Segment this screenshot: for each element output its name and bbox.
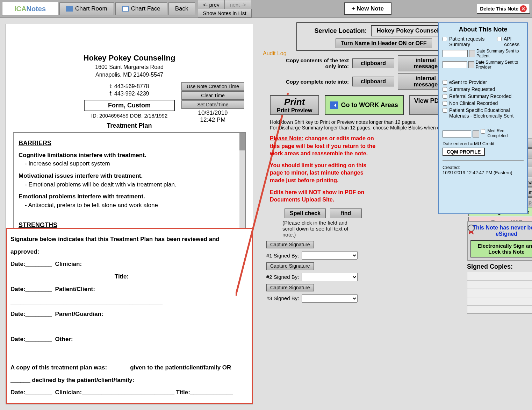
calendar-icon[interactable] [469,50,475,57]
set-datetime-button[interactable]: Set Date/Time [181,100,244,109]
find-button[interactable]: find [330,208,362,218]
patient-requests-checkbox[interactable]: Patient requests Summary [443,36,497,47]
copy-note-clipboard-button[interactable]: clipboard [352,77,394,86]
form-name-field[interactable]: Form, Custom [84,100,175,111]
capture-sig-1-button[interactable]: Capture Signature [266,241,314,248]
date-sent-patient-field[interactable] [443,50,468,57]
medrec-date-field[interactable] [443,130,471,137]
next-button: next -> [225,0,251,9]
barrier-sub: - Emotional problems will be dealt with … [25,181,240,189]
capture-sig-2-button[interactable]: Capture Signature [266,262,314,270]
barrier-sub: - Increase social support system [25,160,240,168]
esign-button[interactable]: Electronically Sign and Lock this Note [470,240,532,257]
document-pane: Use Note Creation Time Clear Time Set Da… [0,18,259,410]
prev-button[interactable]: <- prev [198,0,225,9]
esent-checkbox[interactable]: eSent to Provider [443,79,524,85]
sig-intro: Signature below indicates that this Trea… [10,233,248,258]
spell-hint: (Please click in the field and scroll do… [282,220,349,238]
action-pane: Service Location: Hokey Pokey Counseling… [259,18,532,410]
new-note-button[interactable]: + New Note [344,2,391,15]
copy-text-clipboard-button[interactable]: clipboard [352,58,394,68]
signed-copies-heading: Signed Copies: [467,263,513,270]
org-name: Hokey Pokey Counseling [13,54,246,63]
about-note-panel: About This Note Patient requests Summary… [438,22,528,214]
created-value: 10/31/2019 12:42:47 PM (Eastern) [443,170,524,175]
spellcheck-button[interactable]: Spell check [285,208,326,218]
esign-message: This Note has never been eSigned [470,225,532,237]
print-button[interactable]: Print Print Preview [270,95,319,115]
sig2-select[interactable] [302,273,358,281]
clear-time-button[interactable]: Clear Time [181,91,244,100]
esign-box: This Note has never been eSigned Electro… [467,221,532,261]
about-heading: About This Note [443,26,524,33]
signed-copies-panel: Signed Copies: compare Signed by Note Ow… [467,263,532,314]
barriers-heading: BARRIERS [19,139,240,148]
nav-group: <- prev next -> Show Notes in List [198,0,252,17]
barrier-item: Emotional problems interfere with treatm… [19,192,240,201]
barrier-sub: - Antisocial, prefers to be left alone a… [25,201,240,210]
medrec-checkbox[interactable]: Med Rec Completed [481,128,524,138]
show-notes-list-button[interactable]: Show Notes in List [198,9,252,17]
barrier-item: Cognitive limitations interfere with tre… [19,151,240,160]
sig1-label: #1 Signed By: [266,253,299,259]
time-controls: Use Note Creation Time Clear Time Set Da… [181,82,244,123]
sig2-label: #2 Signed By: [266,274,299,280]
sig3-select[interactable] [302,294,358,303]
note-page: Use Note Creation Time Clear Time Set Da… [6,24,253,404]
chart-room-button[interactable]: Chart Room [59,2,114,15]
arrow-left-icon [330,101,338,109]
service-location-label: Service Location: [314,27,367,35]
app-logo: ICANotes [2,2,58,16]
use-creation-time-button[interactable]: Use Note Creation Time [181,82,244,91]
face-icon [122,6,129,12]
svg-point-2 [468,225,474,231]
copy-text-label: Copy contents of the text only into: [286,57,349,69]
mu-credit-label: Date entered = MU Credit [443,141,524,146]
note-time: 12:42 PM [181,116,244,123]
back-button[interactable]: Back [168,2,195,15]
api-access-checkbox[interactable]: API Access [497,36,524,47]
calendar-icon[interactable] [468,61,474,68]
calendar-icon[interactable] [473,130,479,137]
barrier-item: Motivational issues interfere with treat… [19,172,240,181]
org-address1: 1600 Saint Margarets Road [13,64,246,70]
close-icon: ✕ [520,5,527,12]
audit-log-link[interactable]: Audit Log [263,50,287,57]
capture-sig-3-button[interactable]: Capture Signature [266,284,314,291]
chart-face-button[interactable]: Chart Face [115,2,167,15]
date-sent-provider-label: Date Summary Sent to Provider [476,60,524,70]
edit-warning: Please Note: changes or edits made on th… [270,135,378,204]
note-date: 10/31/2019 [181,109,244,116]
delete-note-button[interactable]: Delete This Note✕ [477,4,530,14]
header-toggle-button[interactable]: Turn Name In Header ON or OFF [336,38,432,48]
scroll-thumb[interactable] [239,133,245,150]
summary-requested-checkbox[interactable]: Summary Requested [443,86,524,92]
referral-recorded-checkbox[interactable]: Referral Summary Recorded [443,93,524,99]
signed-copies-grid[interactable] [467,272,532,314]
copy-note-label: Copy complete note into: [286,79,349,85]
nonclinical-checkbox[interactable]: Non Clinical Recorded [443,100,524,106]
signature-block: Signature below indicates that this Trea… [6,228,253,404]
educational-sent-checkbox[interactable]: Patient Specific Educational Materials -… [443,107,524,119]
ribbon-icon [467,225,475,235]
top-toolbar: ICANotes Chart Room Chart Face Back <- p… [0,0,532,18]
created-label: Created: [443,165,524,170]
date-sent-patient-label: Date Summary Sent to Patient [476,49,524,58]
sig3-label: #3 Signed By: [266,295,299,301]
date-sent-provider-field[interactable] [443,61,467,68]
chart-icon [66,6,73,12]
print-hint: Hold down Shift key to Print or Preview … [270,119,466,130]
sig1-select[interactable] [302,251,358,260]
go-to-work-button[interactable]: Go to WORK Areas [325,95,403,115]
org-address2: Annapolis, MD 21409-5547 [13,72,246,78]
cqm-profile-button[interactable]: CQM PROFILE [443,148,485,156]
